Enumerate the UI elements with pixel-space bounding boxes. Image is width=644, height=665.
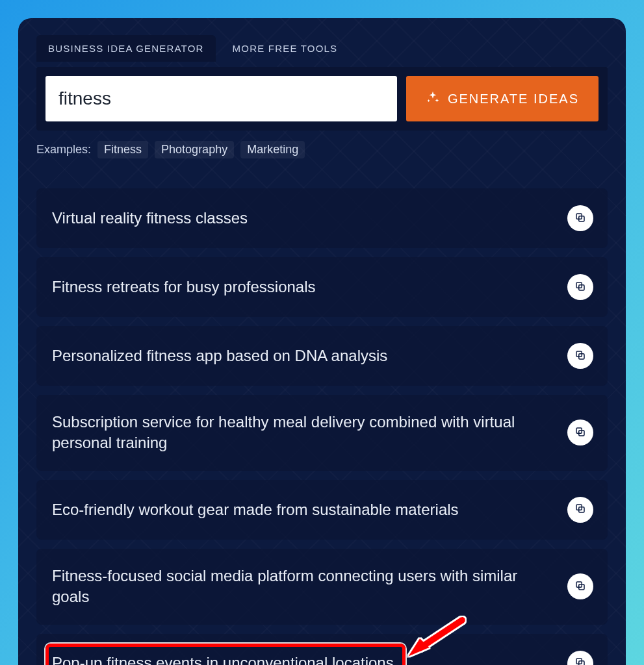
topic-input[interactable] [45, 76, 397, 121]
copy-button[interactable] [567, 274, 593, 300]
idea-card: Personalized fitness app based on DNA an… [36, 326, 608, 386]
copy-icon [574, 212, 586, 225]
tab-business-idea-generator[interactable]: BUSINESS IDEA GENERATOR [36, 35, 216, 62]
generate-button-label: GENERATE IDEAS [448, 92, 579, 107]
examples-label: Examples: [36, 143, 91, 157]
example-chip-marketing[interactable]: Marketing [240, 141, 305, 158]
idea-card: Fitness-focused social media platform co… [36, 549, 608, 625]
generator-panel: BUSINESS IDEA GENERATOR MORE FREE TOOLS … [18, 18, 626, 665]
idea-text: Eco-friendly workout gear made from sust… [52, 499, 557, 520]
sparkle-icon [426, 90, 440, 108]
idea-card: Eco-friendly workout gear made from sust… [36, 480, 608, 540]
idea-text: Fitness retreats for busy professionals [52, 277, 557, 297]
example-chip-photography[interactable]: Photography [155, 141, 234, 158]
idea-card: Virtual reality fitness classes [36, 188, 608, 248]
idea-card: Subscription service for healthy meal de… [36, 395, 608, 471]
copy-icon [574, 503, 586, 516]
copy-button[interactable] [567, 497, 593, 523]
copy-icon [574, 657, 586, 665]
idea-text: Pop-up fitness events in unconventional … [52, 653, 557, 665]
tabs-row: BUSINESS IDEA GENERATOR MORE FREE TOOLS [36, 35, 608, 62]
ideas-list: Virtual reality fitness classesFitness r… [36, 188, 608, 665]
idea-text: Personalized fitness app based on DNA an… [52, 345, 557, 366]
copy-button[interactable] [567, 420, 593, 445]
tab-more-free-tools[interactable]: MORE FREE TOOLS [221, 35, 350, 62]
copy-icon [574, 580, 586, 594]
example-chip-fitness[interactable]: Fitness [97, 141, 148, 158]
copy-icon [574, 426, 586, 440]
idea-text: Virtual reality fitness classes [52, 208, 557, 229]
copy-button[interactable] [567, 573, 593, 599]
copy-button[interactable] [567, 205, 593, 231]
idea-card: Fitness retreats for busy professionals [36, 257, 608, 317]
idea-text: Fitness-focused social media platform co… [52, 566, 557, 608]
examples-row: Examples: Fitness Photography Marketing [36, 141, 608, 158]
copy-button[interactable] [567, 343, 593, 369]
idea-text: Subscription service for healthy meal de… [52, 412, 557, 454]
copy-icon [574, 349, 586, 363]
copy-icon [574, 281, 586, 294]
copy-button[interactable] [567, 651, 593, 665]
generate-button[interactable]: GENERATE IDEAS [406, 76, 599, 121]
idea-card: Pop-up fitness events in unconventional … [36, 634, 608, 665]
search-row: GENERATE IDEAS [36, 67, 608, 131]
